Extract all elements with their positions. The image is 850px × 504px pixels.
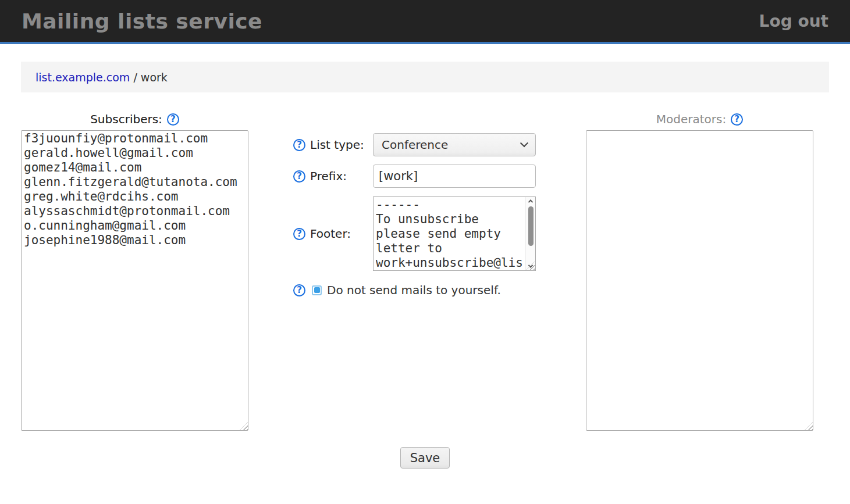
help-icon[interactable]: ?	[293, 139, 305, 151]
list-settings-form: ? List type: Conference ? Prefix: ? Foot…	[293, 133, 536, 296]
prefix-row: ? Prefix:	[293, 165, 536, 188]
footer-text: ------ To unsubscribe please send empty …	[376, 198, 524, 270]
footer-scrollbar[interactable]	[525, 197, 535, 270]
save-row: Save	[0, 447, 850, 469]
scroll-up-icon[interactable]	[526, 197, 535, 205]
prefix-input[interactable]	[373, 165, 536, 188]
logout-link[interactable]: Log out	[759, 12, 828, 31]
help-icon[interactable]: ?	[293, 170, 305, 183]
moderators-label: Moderators:	[656, 112, 726, 126]
app-title: Mailing lists service	[22, 9, 262, 33]
subscribers-label-row: Subscribers: ?	[21, 112, 248, 126]
list-type-row: ? List type: Conference	[293, 133, 536, 156]
subscribers-label: Subscribers:	[90, 112, 162, 126]
breadcrumb-separator: /	[130, 71, 140, 84]
help-icon[interactable]: ?	[167, 113, 179, 126]
breadcrumb-domain-link[interactable]: list.example.com	[35, 71, 130, 84]
footer-row: ? Footer: ------ To unsubscribe please s…	[293, 196, 536, 271]
prefix-label: Prefix:	[310, 169, 347, 183]
moderators-panel: Moderators: ?	[586, 112, 813, 431]
main-content: Subscribers: ? f3juounfiy@protonmail.com…	[21, 92, 829, 431]
footer-label: Footer:	[310, 227, 351, 241]
scrollbar-thumb[interactable]	[528, 206, 534, 246]
moderators-textarea-wrap	[586, 130, 813, 431]
moderators-textarea[interactable]	[586, 130, 813, 431]
help-icon[interactable]: ?	[293, 284, 305, 296]
subscribers-panel: Subscribers: ? f3juounfiy@protonmail.com…	[21, 112, 248, 431]
app-header: Mailing lists service Log out	[0, 0, 850, 44]
subscribers-textarea-wrap: f3juounfiy@protonmail.com gerald.howell@…	[21, 130, 248, 431]
checkbox-checked-mark	[314, 287, 320, 293]
breadcrumb: list.example.com / work	[21, 62, 829, 92]
self-mail-label: Do not send mails to yourself.	[327, 283, 501, 297]
self-mail-row: ? Do not send mails to yourself.	[293, 284, 536, 296]
footer-textarea[interactable]: ------ To unsubscribe please send empty …	[373, 196, 536, 271]
list-type-select[interactable]: Conference	[373, 133, 536, 156]
chevron-down-icon	[520, 139, 528, 147]
list-type-selected-value: Conference	[382, 138, 448, 152]
help-icon[interactable]: ?	[293, 228, 305, 240]
breadcrumb-current: work	[141, 71, 168, 84]
save-button[interactable]: Save	[400, 447, 450, 469]
list-type-label: List type:	[310, 138, 364, 152]
help-icon[interactable]: ?	[731, 113, 743, 126]
moderators-label-row: Moderators: ?	[586, 112, 813, 126]
subscribers-textarea[interactable]: f3juounfiy@protonmail.com gerald.howell@…	[21, 130, 248, 431]
self-mail-checkbox[interactable]	[312, 285, 322, 295]
